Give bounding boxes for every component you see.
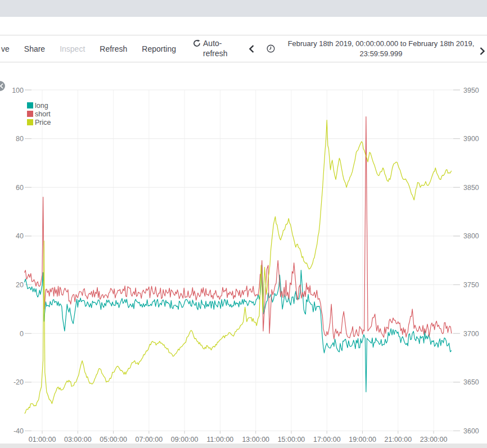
series-short [24, 117, 451, 339]
x-tick-label: 07:00:00 [136, 436, 163, 444]
share-button[interactable]: Share [24, 44, 45, 53]
auto-refresh-icon [193, 39, 201, 49]
x-tick-label: 09:00:00 [171, 436, 199, 444]
y-left-tick-label: 0 [20, 330, 24, 338]
y-left-tick-label: -20 [13, 378, 24, 386]
legend-swatch [27, 111, 33, 117]
panel-bottom-divider [0, 444, 487, 448]
legend-swatch [27, 102, 33, 108]
legend-item-short[interactable]: short [27, 110, 51, 118]
auto-refresh-button[interactable]: Auto-refresh [193, 39, 235, 58]
time-back-button[interactable] [249, 45, 254, 53]
legend-label: Price [35, 119, 51, 126]
y-left-tick-label: 60 [16, 184, 24, 192]
series-long [24, 265, 451, 392]
y-right-tick-label: 3850 [463, 184, 479, 192]
x-tick-label: 19:00:00 [349, 436, 376, 444]
time-forward-button[interactable] [480, 47, 485, 57]
legend-label: long [35, 102, 48, 110]
x-tick-label: 21:00:00 [385, 436, 412, 444]
x-tick-label: 15:00:00 [278, 436, 305, 444]
inspect-button: Inspect [60, 44, 85, 53]
series-Price [24, 120, 451, 414]
timeseries-chart[interactable]: 100806040200-20-403950390038503800375037… [0, 63, 487, 444]
y-right-tick-label: 3900 [463, 135, 479, 143]
x-tick-label: 23:00:00 [420, 436, 448, 444]
y-left-tick-label: -40 [13, 427, 24, 435]
chart-legend: longshortPrice [27, 101, 51, 126]
legend-label: short [35, 110, 51, 118]
time-picker-clock-icon[interactable] [267, 44, 275, 53]
x-tick-label: 17:00:00 [313, 436, 341, 444]
y-right-tick-label: 3800 [463, 232, 479, 240]
y-right-tick-label: 3650 [463, 378, 479, 386]
x-tick-label: 03:00:00 [64, 436, 92, 444]
y-right-tick-label: 3950 [463, 87, 479, 94]
browser-tab-strip [0, 0, 487, 17]
time-range-label[interactable]: February 18th 2019, 00:00:00.000 to Febr… [275, 39, 487, 58]
reporting-button[interactable]: Reporting [142, 44, 176, 53]
y-left-tick-label: 100 [12, 87, 24, 94]
y-left-tick-label: 20 [16, 281, 24, 289]
x-tick-label: 13:00:00 [242, 436, 269, 444]
x-tick-label: 11:00:00 [207, 436, 234, 444]
y-right-tick-label: 3750 [463, 281, 479, 289]
kibana-menubar: ve Share Inspect Refresh Reporting Auto-… [0, 35, 487, 62]
legend-swatch [27, 119, 33, 125]
y-right-tick-label: 3700 [463, 330, 479, 338]
y-left-tick-label: 80 [16, 135, 24, 143]
auto-refresh-label: Auto-refresh [203, 39, 235, 58]
y-left-tick-label: 40 [16, 232, 24, 240]
refresh-button[interactable]: Refresh [100, 44, 127, 53]
x-tick-label: 01:00:00 [29, 436, 56, 444]
x-tick-label: 05:00:00 [100, 436, 127, 444]
browser-toolbar: aws.found.io:9243/app/kibana#/visualize/… [0, 17, 487, 35]
legend-item-Price[interactable]: Price [27, 118, 51, 126]
legend-item-long[interactable]: long [27, 101, 51, 110]
y-right-tick-label: 3600 [463, 427, 479, 435]
visualization-panel: 100806040200-20-403950390038503800375037… [0, 63, 487, 444]
save-button[interactable]: ve [1, 44, 10, 53]
